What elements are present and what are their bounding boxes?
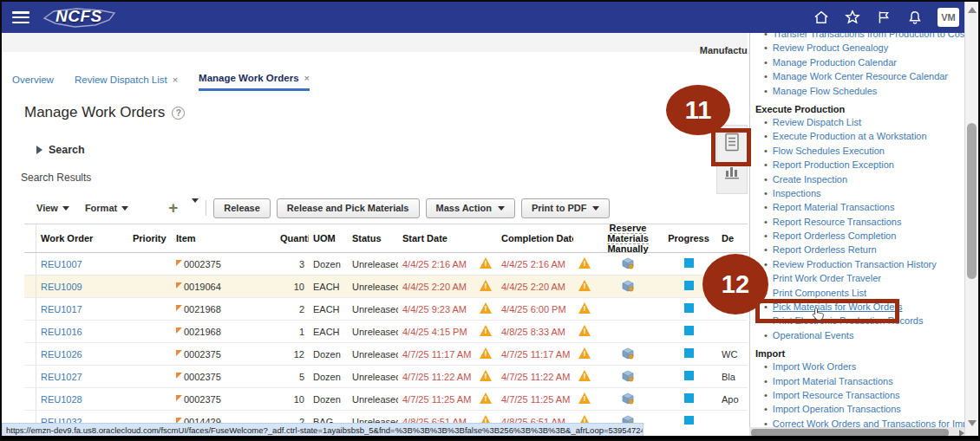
warning-icon[interactable]: [578, 392, 591, 404]
row-selector-cell[interactable]: [24, 253, 36, 275]
column-header-label[interactable]: Progress: [668, 233, 709, 243]
reserve-materials-cube-icon[interactable]: [621, 347, 635, 361]
task-link[interactable]: Review Product Genealogy: [773, 42, 888, 55]
task-link[interactable]: Operational Events: [773, 329, 854, 342]
warning-icon[interactable]: [480, 370, 493, 381]
warning-icon[interactable]: [480, 392, 493, 404]
work-order-link[interactable]: REU1026: [41, 349, 82, 360]
task-link[interactable]: Inspections: [773, 187, 821, 200]
column-header-label[interactable]: UOM: [313, 233, 336, 243]
release-and-pick-materials-button[interactable]: Release and Pick Materials: [277, 198, 420, 218]
task-link[interactable]: Report Orderless Completion: [773, 230, 896, 243]
work-order-link[interactable]: REU1016: [41, 327, 82, 337]
progress-indicator[interactable]: [684, 393, 694, 403]
warning-icon[interactable]: [578, 280, 591, 291]
task-link[interactable]: Manage Work Center Resource Calendar: [773, 70, 948, 83]
tab-overview[interactable]: Overview: [12, 73, 54, 91]
table-row[interactable]: REU1026000237512DozenUnreleased4/7/25 11…: [24, 343, 748, 366]
reserve-materials-cube-icon[interactable]: [621, 392, 635, 406]
warning-icon[interactable]: [480, 325, 493, 336]
column-header-label[interactable]: Quantity: [280, 233, 309, 243]
column-header-label[interactable]: Reserve Materials Manually: [607, 224, 649, 254]
tab-manage-work-orders[interactable]: Manage Work Orders×: [199, 73, 310, 91]
scroll-down-arrow-icon[interactable]: [968, 420, 977, 426]
favorites-star-icon[interactable]: [844, 9, 861, 26]
warning-icon[interactable]: [578, 370, 591, 381]
progress-indicator[interactable]: [684, 371, 694, 380]
task-link[interactable]: Report Resource Transactions: [773, 216, 902, 229]
tab-close-icon[interactable]: ×: [173, 75, 178, 85]
table-row[interactable]: REU1009001906410EACHUnreleased4/4/25 2:2…: [24, 276, 748, 298]
vertical-scroll-thumb[interactable]: [967, 123, 977, 279]
view-menu[interactable]: View: [36, 203, 69, 213]
column-header-label[interactable]: Item: [176, 233, 196, 243]
warning-icon[interactable]: [480, 280, 493, 291]
column-header-label[interactable]: Status: [352, 233, 382, 243]
row-selector-cell[interactable]: [24, 366, 36, 387]
progress-indicator[interactable]: [684, 348, 694, 358]
warning-icon[interactable]: [578, 302, 591, 314]
vertical-scrollbar[interactable]: [964, 2, 978, 438]
task-link[interactable]: Manage Flow Schedules: [773, 85, 877, 98]
work-order-link[interactable]: REU1007: [41, 259, 82, 269]
task-link[interactable]: Create Inspection: [773, 173, 847, 186]
reserve-materials-cube-icon[interactable]: [621, 279, 635, 294]
task-link[interactable]: Flow Schedules Execution: [773, 145, 885, 158]
notifications-bell-icon[interactable]: [906, 9, 924, 26]
home-icon[interactable]: [813, 9, 830, 26]
warning-icon[interactable]: [480, 257, 493, 269]
reserve-materials-cube-icon[interactable]: [621, 256, 635, 271]
hamburger-menu-icon[interactable]: [12, 11, 29, 23]
tab-close-icon[interactable]: ×: [304, 73, 310, 83]
task-link[interactable]: Import Resource Transactions: [773, 389, 900, 402]
task-link[interactable]: Print Components List: [773, 287, 866, 300]
scroll-up-arrow-icon[interactable]: [968, 7, 977, 13]
column-header-label[interactable]: Start Date: [402, 233, 448, 243]
format-menu[interactable]: Format: [85, 203, 128, 213]
mass-action-button[interactable]: Mass Action: [426, 198, 515, 218]
warning-icon[interactable]: [578, 347, 591, 359]
row-selector-cell[interactable]: [24, 388, 36, 410]
task-link[interactable]: Report Material Transactions: [773, 201, 895, 214]
task-link[interactable]: Import Work Orders: [773, 360, 856, 373]
release-button[interactable]: Release: [213, 198, 271, 218]
progress-indicator[interactable]: [684, 303, 694, 313]
task-link[interactable]: Report Production Exception: [773, 159, 894, 172]
task-link[interactable]: Import Operation Transactions: [773, 403, 901, 416]
reserve-materials-cube-icon[interactable]: [621, 369, 635, 384]
add-row-button[interactable]: +: [168, 200, 178, 216]
task-link[interactable]: Print Work Order Traveler: [773, 272, 881, 285]
task-link[interactable]: Review Dispatch List: [773, 116, 861, 129]
work-order-link[interactable]: REU1009: [41, 282, 82, 292]
more-actions-dropdown[interactable]: [186, 199, 204, 217]
help-icon[interactable]: ?: [172, 107, 185, 120]
print-to-pdf-button[interactable]: Print to PDF: [521, 198, 611, 218]
watchlist-flag-icon[interactable]: [875, 9, 892, 26]
row-selector-cell[interactable]: [24, 343, 36, 365]
tab-review-dispatch-list[interactable]: Review Dispatch List×: [75, 73, 178, 91]
table-row[interactable]: REU101700219682EACHUnreleased4/4/25 9:23…: [24, 298, 748, 321]
column-header-label[interactable]: De: [722, 233, 734, 243]
user-avatar[interactable]: VM: [938, 8, 959, 27]
progress-indicator[interactable]: [684, 326, 694, 335]
work-order-link[interactable]: REU1027: [41, 372, 82, 382]
progress-indicator[interactable]: [684, 416, 694, 425]
warning-icon[interactable]: [578, 257, 591, 269]
table-row[interactable]: REU100700023753DozenUnreleased4/4/25 2:1…: [24, 253, 748, 276]
row-selector-cell[interactable]: [24, 276, 36, 297]
warning-icon[interactable]: [578, 325, 591, 336]
warning-icon[interactable]: [480, 347, 493, 359]
progress-indicator[interactable]: [684, 258, 694, 268]
table-row[interactable]: REU101600219681EACHUnreleased4/4/25 4:15…: [24, 321, 748, 343]
search-expander[interactable]: Search: [36, 144, 85, 156]
task-link[interactable]: Execute Production at a Workstation: [773, 130, 927, 143]
work-order-link[interactable]: REU1017: [41, 304, 82, 315]
row-selector-cell[interactable]: [24, 321, 36, 342]
table-row[interactable]: REU1028000237510DozenUnreleased4/7/25 11…: [24, 388, 748, 411]
task-link[interactable]: Review Production Transaction History: [773, 258, 937, 271]
table-row[interactable]: REU102700023755DozenUnreleased4/7/25 11:…: [24, 366, 748, 388]
column-header-label[interactable]: Work Order: [41, 233, 93, 243]
task-link[interactable]: Import Material Transactions: [773, 375, 893, 388]
progress-indicator[interactable]: [684, 281, 694, 290]
column-header-label[interactable]: Priority: [133, 233, 167, 243]
